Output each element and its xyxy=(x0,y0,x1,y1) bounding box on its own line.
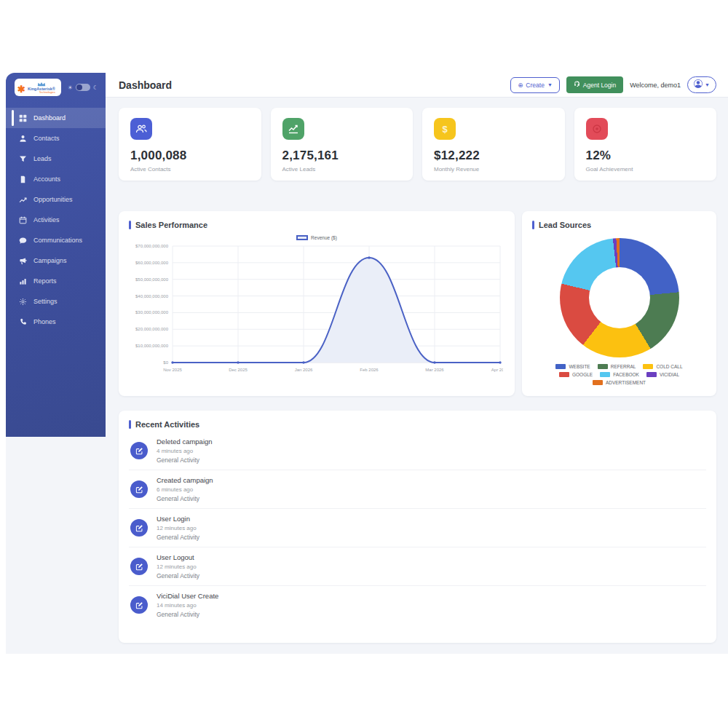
sales-chart-legend: Revenue ($) xyxy=(129,235,505,240)
sidebar-item-accounts[interactable]: Accounts xyxy=(6,169,106,189)
svg-text:Jan 2026: Jan 2026 xyxy=(295,368,313,372)
chat-icon xyxy=(19,237,27,245)
sidebar-item-label: Activities xyxy=(33,216,60,223)
header-actions: ⊕ Create ▼ Agent Login Welcome, demo1 ▼ xyxy=(510,76,716,93)
brand-subtitle: Technologies xyxy=(39,91,55,94)
legend-swatch xyxy=(600,372,610,377)
legend-item-advertisement[interactable]: ADVERTISEMENT xyxy=(593,380,646,385)
svg-text:Mar 2026: Mar 2026 xyxy=(425,368,444,372)
sidebar: ✱ KingAsterisk® Technologies ☀ ☾ Dashboa… xyxy=(6,73,106,437)
sidebar-item-dashboard[interactable]: Dashboard xyxy=(6,108,106,128)
sidebar-item-label: Leads xyxy=(33,155,52,162)
people-icon xyxy=(130,118,152,140)
user-menu-button[interactable]: ▼ xyxy=(687,76,716,93)
bar-chart-icon xyxy=(19,277,27,285)
sidebar-item-leads[interactable]: Leads xyxy=(6,149,106,169)
legend-label: Revenue ($) xyxy=(311,235,337,240)
legend-swatch xyxy=(555,364,566,369)
stat-label: Goal Achievement xyxy=(586,166,705,173)
legend-swatch xyxy=(296,235,308,240)
lead-sources-donut-chart xyxy=(560,238,679,357)
brand-logo[interactable]: ✱ KingAsterisk® Technologies xyxy=(15,79,61,96)
svg-text:$10,000,000,000: $10,000,000,000 xyxy=(135,344,169,348)
sidebar-item-reports[interactable]: Reports xyxy=(6,271,106,291)
sun-icon: ☀ xyxy=(68,84,73,91)
theme-controls: ☀ ☾ xyxy=(68,84,98,91)
legend-item-vicidial[interactable]: VICIDIAL xyxy=(646,372,679,377)
calendar-icon xyxy=(19,216,27,224)
sidebar-item-label: Accounts xyxy=(33,175,60,183)
stat-value: 2,175,161 xyxy=(282,149,402,163)
activity-category: General Activity xyxy=(157,611,218,618)
sidebar-item-contacts[interactable]: Contacts xyxy=(6,128,106,149)
app-window: Dashboard ⊕ Create ▼ Agent Login Welcome… xyxy=(6,73,728,654)
activity-time: 6 minutes ago xyxy=(157,486,213,493)
activity-row: User Logout 12 minutes ago General Activ… xyxy=(129,547,706,586)
activity-title: User Login xyxy=(157,515,199,523)
stat-card-active-contacts: 1,000,088 Active Contacts xyxy=(119,108,261,181)
charts-row: Sales Performance Revenue ($) $0$10,000,… xyxy=(119,211,716,396)
stat-label: Active Leads xyxy=(282,166,402,173)
legend-swatch xyxy=(643,364,653,369)
main-content: 1,000,088 Active Contacts 2,175,161 Acti… xyxy=(106,98,728,654)
target-icon xyxy=(586,118,608,140)
legend-swatch xyxy=(593,380,603,385)
activity-row: Deleted campaign 4 minutes ago General A… xyxy=(129,432,706,470)
legend-label: GOOGLE xyxy=(572,372,593,377)
legend-label: WEBSITE xyxy=(569,364,590,369)
sidebar-item-phones[interactable]: Phones xyxy=(6,312,106,332)
activity-category: General Activity xyxy=(157,495,213,502)
phone-icon xyxy=(19,318,27,326)
legend-swatch xyxy=(559,372,569,377)
sidebar-item-label: Campaigns xyxy=(33,257,67,264)
sidebar-item-opportunities[interactable]: Opportunities xyxy=(6,189,106,210)
pencil-square-icon xyxy=(130,519,148,537)
activity-category: General Activity xyxy=(157,534,199,541)
stat-card-active-leads: 2,175,161 Active Leads xyxy=(271,108,414,181)
agent-login-button[interactable]: Agent Login xyxy=(566,76,623,93)
legend-item-facebook[interactable]: FACEBOOK xyxy=(600,372,639,377)
svg-text:Feb 2026: Feb 2026 xyxy=(360,368,379,372)
activity-title: ViciDial User Create xyxy=(157,592,218,600)
svg-text:$30,000,000,000: $30,000,000,000 xyxy=(135,310,169,314)
activity-title: User Logout xyxy=(157,553,199,561)
sidebar-item-label: Opportunities xyxy=(33,196,73,203)
sidebar-item-activities[interactable]: Activities xyxy=(6,210,106,230)
activities-panel-title: Recent Activities xyxy=(129,420,706,429)
headset-icon xyxy=(574,81,580,89)
theme-toggle[interactable] xyxy=(76,84,90,91)
sidebar-nav: DashboardContactsLeadsAccountsOpportunit… xyxy=(6,108,106,332)
legend-item-website[interactable]: WEBSITE xyxy=(555,364,590,369)
legend-swatch xyxy=(598,364,608,369)
legend-swatch xyxy=(646,372,657,377)
svg-text:$40,000,000,000: $40,000,000,000 xyxy=(135,294,169,298)
sidebar-item-campaigns[interactable]: Campaigns xyxy=(6,250,106,271)
legend-label: VICIDIAL xyxy=(660,372,679,377)
lead-sources-panel: Lead Sources WEBSITEREFERRALCOLD CALLGOO… xyxy=(522,211,716,396)
lead-panel-title: Lead Sources xyxy=(532,221,706,229)
legend-item-referral[interactable]: REFERRAL xyxy=(598,364,636,369)
chevron-down-icon: ▼ xyxy=(705,82,710,87)
sales-performance-panel: Sales Performance Revenue ($) $0$10,000,… xyxy=(119,211,515,396)
plus-circle-icon: ⊕ xyxy=(518,82,523,89)
svg-text:$60,000,000,000: $60,000,000,000 xyxy=(135,261,169,265)
pencil-square-icon xyxy=(130,480,148,498)
legend-item-google[interactable]: GOOGLE xyxy=(559,372,593,377)
person-circle-icon xyxy=(694,79,703,90)
agent-login-label: Agent Login xyxy=(583,82,616,89)
stat-cards-row: 1,000,088 Active Contacts 2,175,161 Acti… xyxy=(119,108,716,181)
sidebar-item-label: Contacts xyxy=(33,135,60,142)
pencil-square-icon xyxy=(130,596,148,614)
legend-item-cold-call[interactable]: COLD CALL xyxy=(643,364,682,369)
welcome-text: Welcome, demo1 xyxy=(630,82,681,89)
sidebar-item-label: Dashboard xyxy=(33,114,66,122)
sidebar-item-communications[interactable]: Communications xyxy=(6,230,106,250)
dollar-icon: $ xyxy=(434,118,456,140)
stat-label: Active Contacts xyxy=(130,166,250,173)
sidebar-item-settings[interactable]: Settings xyxy=(6,291,106,312)
stat-card-goal-achievement: 12% Goal Achievement xyxy=(574,108,717,181)
create-button[interactable]: ⊕ Create ▼ xyxy=(510,77,560,93)
svg-text:$20,000,000,000: $20,000,000,000 xyxy=(135,327,169,331)
sidebar-item-label: Phones xyxy=(33,318,56,325)
activity-time: 12 minutes ago xyxy=(157,563,199,570)
